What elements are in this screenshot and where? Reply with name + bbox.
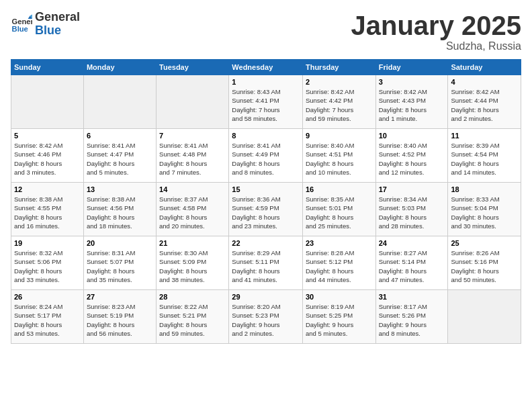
calendar-cell: 9Sunrise: 8:40 AM Sunset: 4:51 PM Daylig…: [302, 129, 375, 183]
calendar-cell: 14Sunrise: 8:37 AM Sunset: 4:58 PM Dayli…: [157, 183, 229, 236]
calendar-cell: 29Sunrise: 8:20 AM Sunset: 5:23 PM Dayli…: [229, 290, 303, 344]
day-number: 7: [159, 132, 226, 140]
day-number: 23: [306, 239, 373, 247]
day-number: 30: [306, 293, 373, 301]
header: General Blue General Blue January 2025 S…: [11, 11, 521, 52]
logo-blue-text: Blue: [35, 24, 80, 38]
day-number: 17: [379, 185, 445, 193]
calendar-cell: 12Sunrise: 8:38 AM Sunset: 4:55 PM Dayli…: [11, 183, 84, 236]
calendar-cell: 10Sunrise: 8:40 AM Sunset: 4:52 PM Dayli…: [375, 129, 448, 183]
day-info: Sunrise: 8:31 AM Sunset: 5:07 PM Dayligh…: [87, 248, 153, 284]
day-number: 8: [232, 132, 300, 140]
day-number: 3: [379, 78, 445, 86]
day-info: Sunrise: 8:17 AM Sunset: 5:26 PM Dayligh…: [379, 302, 445, 338]
day-info: Sunrise: 8:23 AM Sunset: 5:19 PM Dayligh…: [87, 302, 153, 338]
calendar-cell: 25Sunrise: 8:26 AM Sunset: 5:16 PM Dayli…: [448, 236, 521, 290]
day-info: Sunrise: 8:36 AM Sunset: 4:59 PM Dayligh…: [232, 195, 300, 230]
day-info: Sunrise: 8:26 AM Sunset: 5:16 PM Dayligh…: [451, 248, 518, 284]
day-info: Sunrise: 8:41 AM Sunset: 4:47 PM Dayligh…: [87, 141, 153, 177]
month-title: January 2025: [351, 11, 521, 40]
calendar-cell: 20Sunrise: 8:31 AM Sunset: 5:07 PM Dayli…: [83, 236, 156, 290]
calendar-cell: 24Sunrise: 8:27 AM Sunset: 5:14 PM Dayli…: [375, 236, 448, 290]
day-info: Sunrise: 8:32 AM Sunset: 5:06 PM Dayligh…: [14, 248, 81, 284]
calendar-cell: 26Sunrise: 8:24 AM Sunset: 5:17 PM Dayli…: [11, 290, 84, 344]
day-info: Sunrise: 8:34 AM Sunset: 5:03 PM Dayligh…: [379, 195, 445, 230]
day-number: 5: [14, 132, 81, 140]
day-info: Sunrise: 8:19 AM Sunset: 5:25 PM Dayligh…: [306, 302, 373, 338]
calendar-cell: 23Sunrise: 8:28 AM Sunset: 5:12 PM Dayli…: [302, 236, 375, 290]
calendar-cell: 2Sunrise: 8:42 AM Sunset: 4:42 PM Daylig…: [302, 75, 375, 129]
day-info: Sunrise: 8:33 AM Sunset: 5:04 PM Dayligh…: [451, 195, 518, 230]
day-number: 29: [232, 293, 300, 301]
calendar-cell: [157, 75, 229, 129]
calendar-cell: [83, 75, 156, 129]
day-number: 10: [379, 132, 445, 140]
svg-text:Blue: Blue: [12, 25, 28, 33]
day-number: 27: [87, 293, 153, 301]
day-info: Sunrise: 8:24 AM Sunset: 5:17 PM Dayligh…: [14, 302, 81, 338]
day-info: Sunrise: 8:42 AM Sunset: 4:44 PM Dayligh…: [451, 87, 518, 123]
title-block: January 2025 Sudzha, Russia: [351, 11, 521, 52]
day-info: Sunrise: 8:38 AM Sunset: 4:55 PM Dayligh…: [14, 195, 81, 230]
calendar-cell: 6Sunrise: 8:41 AM Sunset: 4:47 PM Daylig…: [83, 129, 156, 183]
day-info: Sunrise: 8:22 AM Sunset: 5:21 PM Dayligh…: [159, 302, 226, 338]
day-number: 14: [159, 185, 226, 193]
day-number: 28: [159, 293, 226, 301]
day-info: Sunrise: 8:30 AM Sunset: 5:09 PM Dayligh…: [159, 248, 226, 284]
calendar-cell: 11Sunrise: 8:39 AM Sunset: 4:54 PM Dayli…: [448, 129, 521, 183]
day-info: Sunrise: 8:39 AM Sunset: 4:54 PM Dayligh…: [451, 141, 518, 177]
day-number: 2: [306, 78, 373, 86]
calendar-cell: [11, 75, 84, 129]
day-number: 24: [379, 239, 445, 247]
calendar-body: 1Sunrise: 8:43 AM Sunset: 4:41 PM Daylig…: [11, 75, 521, 344]
calendar-cell: 19Sunrise: 8:32 AM Sunset: 5:06 PM Dayli…: [11, 236, 84, 290]
calendar-cell: 3Sunrise: 8:42 AM Sunset: 4:43 PM Daylig…: [375, 75, 448, 129]
weekday-header: Monday: [83, 60, 156, 75]
day-number: 26: [14, 293, 81, 301]
calendar-cell: 30Sunrise: 8:19 AM Sunset: 5:25 PM Dayli…: [302, 290, 375, 344]
calendar-cell: 17Sunrise: 8:34 AM Sunset: 5:03 PM Dayli…: [375, 183, 448, 236]
day-info: Sunrise: 8:40 AM Sunset: 4:52 PM Dayligh…: [379, 141, 445, 177]
calendar-cell: 16Sunrise: 8:35 AM Sunset: 5:01 PM Dayli…: [302, 183, 375, 236]
day-info: Sunrise: 8:42 AM Sunset: 4:43 PM Dayligh…: [379, 87, 445, 123]
calendar-cell: 5Sunrise: 8:42 AM Sunset: 4:46 PM Daylig…: [11, 129, 84, 183]
day-number: 31: [379, 293, 445, 301]
calendar-week-row: 26Sunrise: 8:24 AM Sunset: 5:17 PM Dayli…: [11, 290, 521, 344]
calendar-cell: 22Sunrise: 8:29 AM Sunset: 5:11 PM Dayli…: [229, 236, 303, 290]
calendar-cell: 8Sunrise: 8:41 AM Sunset: 4:49 PM Daylig…: [229, 129, 303, 183]
day-number: 13: [87, 185, 153, 193]
calendar-cell: 4Sunrise: 8:42 AM Sunset: 4:44 PM Daylig…: [448, 75, 521, 129]
calendar-cell: 15Sunrise: 8:36 AM Sunset: 4:59 PM Dayli…: [229, 183, 303, 236]
day-info: Sunrise: 8:41 AM Sunset: 4:48 PM Dayligh…: [159, 141, 226, 177]
day-info: Sunrise: 8:40 AM Sunset: 4:51 PM Dayligh…: [306, 141, 373, 177]
day-info: Sunrise: 8:20 AM Sunset: 5:23 PM Dayligh…: [232, 302, 300, 338]
day-info: Sunrise: 8:29 AM Sunset: 5:11 PM Dayligh…: [232, 248, 300, 284]
logo-icon: General Blue: [11, 13, 32, 35]
day-number: 16: [306, 185, 373, 193]
calendar-week-row: 1Sunrise: 8:43 AM Sunset: 4:41 PM Daylig…: [11, 75, 521, 129]
day-number: 21: [159, 239, 226, 247]
calendar-cell: 1Sunrise: 8:43 AM Sunset: 4:41 PM Daylig…: [229, 75, 303, 129]
weekday-header: Tuesday: [157, 60, 229, 75]
location-subtitle: Sudzha, Russia: [351, 40, 521, 52]
weekday-header: Saturday: [448, 60, 521, 75]
day-info: Sunrise: 8:38 AM Sunset: 4:56 PM Dayligh…: [87, 195, 153, 230]
day-number: 15: [232, 185, 300, 193]
day-number: 9: [306, 132, 373, 140]
day-number: 1: [232, 78, 300, 86]
calendar-cell: 28Sunrise: 8:22 AM Sunset: 5:21 PM Dayli…: [157, 290, 229, 344]
day-number: 25: [451, 239, 518, 247]
calendar-cell: 13Sunrise: 8:38 AM Sunset: 4:56 PM Dayli…: [83, 183, 156, 236]
logo: General Blue General Blue: [11, 11, 80, 38]
day-number: 11: [451, 132, 518, 140]
day-number: 22: [232, 239, 300, 247]
weekday-header: Wednesday: [229, 60, 303, 75]
day-info: Sunrise: 8:28 AM Sunset: 5:12 PM Dayligh…: [306, 248, 373, 284]
day-info: Sunrise: 8:42 AM Sunset: 4:42 PM Dayligh…: [306, 87, 373, 123]
day-number: 18: [451, 185, 518, 193]
calendar-cell: 7Sunrise: 8:41 AM Sunset: 4:48 PM Daylig…: [157, 129, 229, 183]
day-info: Sunrise: 8:35 AM Sunset: 5:01 PM Dayligh…: [306, 195, 373, 230]
weekday-header: Friday: [375, 60, 448, 75]
day-number: 4: [451, 78, 518, 86]
weekday-header: Thursday: [302, 60, 375, 75]
